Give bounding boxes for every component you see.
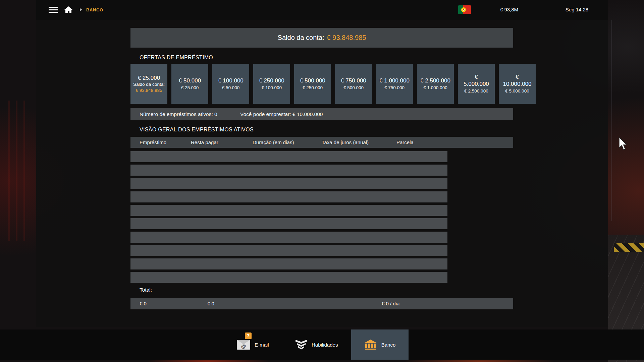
loans-table-row	[130, 258, 447, 269]
breadcrumb-chevron-icon	[80, 8, 82, 11]
loan-offer-card[interactable]: € 750.000 € 500.000	[335, 64, 372, 104]
game-clock: Seg 14:28	[557, 7, 597, 12]
loans-table-row	[130, 218, 447, 229]
loan-amount: € 250.000	[259, 77, 284, 84]
at-symbol: @	[237, 343, 250, 350]
balance-tooltip: Saldo da conta: € 93.848.985	[133, 81, 165, 93]
loan-offer-card[interactable]: € 5.000.000 € 2.500.000	[458, 64, 495, 104]
bank-icon	[364, 340, 377, 350]
breadcrumb-banco[interactable]: BANCO	[86, 7, 103, 12]
loan-offer-card[interactable]: € 100.000 € 50.000	[212, 64, 249, 104]
total-loan-value: € 0	[140, 298, 147, 309]
nav-email-label: E-mail	[255, 342, 269, 348]
nav-item-skills[interactable]: Habilidades	[295, 329, 338, 360]
loan-offer-card[interactable]: € 25.000 Saldo da conta: € 93.848.985	[130, 64, 167, 104]
active-loans-count: Número de empréstimos ativos: 0	[140, 108, 217, 120]
loan-requirement: € 250.000	[303, 85, 323, 91]
loan-offer-list: € 25.000 Saldo da conta: € 93.848.985 € …	[130, 64, 536, 104]
loans-overview-title: VISÃO GERAL DOS EMPRÉSTIMOS ATIVOS	[140, 127, 254, 133]
player-money: € 93,8M	[489, 7, 529, 12]
menu-button[interactable]	[49, 7, 58, 13]
loan-amount: € 10.000.000	[502, 73, 532, 88]
bottom-nav: @ 7 E-mail Habilidades Banco	[0, 329, 644, 360]
loan-amount: € 50.000	[179, 77, 201, 84]
col-loan: Empréstimo	[140, 137, 166, 148]
skills-icon	[295, 340, 307, 350]
col-duration: Duração (em dias)	[253, 137, 294, 148]
totals-bar: € 0 € 0 € 0 / dia	[130, 298, 513, 309]
account-balance-value: € 93.848.985	[327, 34, 366, 42]
loan-offer-card[interactable]: € 1.000.000 € 750.000	[376, 64, 413, 104]
loan-amount: € 1.000.000	[379, 77, 410, 84]
loans-table-row	[130, 151, 447, 162]
col-interest: Taxa de juros (anual)	[322, 137, 369, 148]
loan-requirement: € 5.000.000	[505, 88, 529, 94]
email-icon: @ 7	[237, 340, 250, 350]
borrow-limit: Você pode emprestar: € 10.000.000	[240, 108, 323, 120]
loans-table-row	[130, 165, 447, 176]
loan-amount: € 25.000	[138, 74, 160, 81]
garage-wall-edge	[611, 20, 612, 221]
loan-amount: € 100.000	[218, 77, 244, 84]
loan-requirement: € 500.000	[343, 85, 364, 91]
screen: BANCO € 93,8M Seg 14:28 Saldo da conta: …	[0, 0, 644, 362]
flag-emblem	[461, 7, 466, 12]
loan-offers-title: OFERTAS DE EMPRÉSTIMO	[140, 55, 213, 61]
portugal-flag-icon	[458, 5, 471, 14]
loan-amount: € 2.500.000	[420, 77, 450, 84]
total-installment-value: € 0 / dia	[382, 298, 399, 309]
loans-table-header: Empréstimo Resta pagar Duração (em dias)…	[130, 137, 513, 148]
loans-table-row	[130, 178, 447, 189]
home-button[interactable]	[64, 6, 72, 13]
loan-requirement: € 100.000	[262, 85, 282, 91]
nav-item-bank[interactable]: Banco	[351, 329, 409, 360]
loans-table-row	[130, 245, 447, 256]
loan-requirement: € 2.500.000	[464, 88, 488, 94]
loan-offer-card[interactable]: € 10.000.000 € 5.000.000	[499, 64, 536, 104]
loan-requirement: € 50.000	[222, 85, 240, 91]
loans-table-body	[130, 151, 447, 285]
loan-offer-card[interactable]: € 2.500.000 € 1.000.000	[417, 64, 454, 104]
nav-skills-label: Habilidades	[312, 342, 338, 348]
loan-offer-card[interactable]: € 50.000 € 25.000	[171, 64, 208, 104]
loans-table-row	[130, 232, 447, 243]
loan-amount: € 750.000	[341, 77, 366, 84]
loan-offer-card[interactable]: € 500.000 € 250.000	[294, 64, 331, 104]
loan-requirement: € 1.000.000	[423, 85, 447, 91]
account-balance-bar: Saldo da conta: € 93.848.985	[130, 28, 513, 48]
col-remaining: Resta pagar	[191, 137, 218, 148]
loans-table-row	[130, 191, 447, 202]
hazard-stripe	[614, 243, 644, 252]
total-label: Total:	[140, 287, 152, 293]
total-remaining-value: € 0	[207, 298, 214, 309]
email-badge: 7	[245, 333, 252, 339]
loans-table-row	[130, 272, 447, 283]
loan-offer-card[interactable]: € 250.000 € 100.000	[253, 64, 290, 104]
loan-amount: € 500.000	[300, 77, 325, 84]
bank-panel: BANCO € 93,8M Seg 14:28 Saldo da conta: …	[36, 0, 608, 327]
nav-bank-label: Banco	[381, 342, 396, 348]
account-balance-label: Saldo da conta:	[278, 34, 324, 42]
nav-item-email[interactable]: @ 7 E-mail	[237, 329, 269, 360]
loan-amount: € 5.000.000	[462, 73, 491, 88]
loan-status-bar: Número de empréstimos ativos: 0 Você pod…	[130, 108, 513, 120]
garage-red-glow-left	[2, 101, 31, 241]
col-installment: Parcela	[396, 137, 414, 148]
top-bar: BANCO € 93,8M Seg 14:28	[36, 0, 608, 20]
loan-requirement: € 750.000	[384, 85, 405, 91]
loans-table-row	[130, 205, 447, 216]
loan-requirement: € 25.000	[181, 85, 199, 91]
